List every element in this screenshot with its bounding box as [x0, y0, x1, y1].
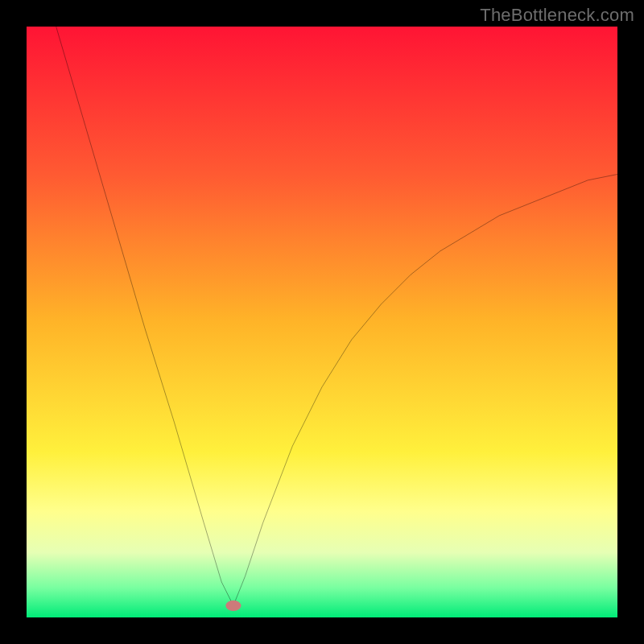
chart-frame: TheBottleneck.com — [0, 0, 644, 644]
curve-right — [233, 175, 617, 606]
watermark-text: TheBottleneck.com — [480, 5, 634, 26]
curve-layer — [27, 27, 617, 617]
vertex-marker — [225, 601, 241, 611]
curve-left — [56, 27, 233, 605]
plot-area — [27, 27, 617, 617]
